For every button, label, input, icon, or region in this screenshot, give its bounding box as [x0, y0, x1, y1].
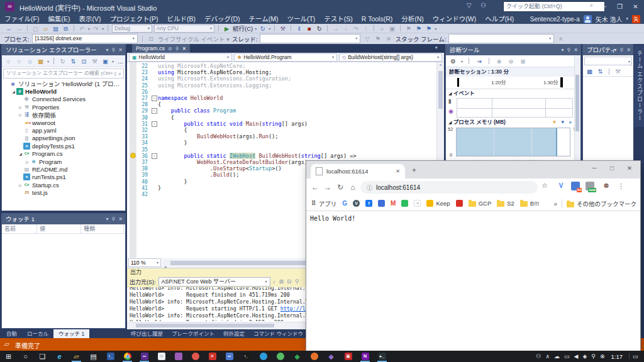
new-tab-button[interactable]: +	[412, 166, 416, 175]
extension-robot-icon[interactable]: ⚉	[602, 182, 611, 190]
diag-export-icon[interactable]: ⇥	[475, 57, 483, 65]
extension-3d-icon[interactable]: 3d	[571, 182, 580, 190]
attach-icon[interactable]: ⚒	[279, 25, 287, 33]
chrome-close-button[interactable]: ✕	[621, 162, 638, 175]
chrome-home-icon[interactable]: ⌂	[347, 183, 359, 192]
chrome-reload-icon[interactable]: ↻	[334, 183, 347, 192]
menu-item-ヘルプ(H)[interactable]: ヘルプ(H)	[480, 14, 518, 24]
onedrive-icon[interactable]: ☁	[554, 353, 560, 359]
extension-vimium-icon[interactable]: V	[557, 182, 565, 190]
nav-back-icon[interactable]: ←	[5, 25, 13, 33]
menu-item-表示(V)[interactable]: 表示(V)	[74, 14, 105, 24]
chevron-down-icon[interactable]: ▾	[561, 45, 564, 55]
se-views-icon[interactable]: ▦	[36, 57, 45, 65]
solution-explorer-header[interactable]: ソリューション エクスプローラー ▾ ⚲ ✕	[2, 45, 125, 55]
info-icon[interactable]: ⓘ	[367, 184, 372, 192]
menu-item-テスト(S)[interactable]: テスト(S)	[319, 14, 357, 24]
document-tab-program-cs[interactable]: Program.cs ⊘ ⚲ ✕	[132, 44, 190, 53]
task-view-button[interactable]: ❏	[34, 351, 51, 362]
bookmark-list-icon[interactable]: ⚑	[425, 25, 433, 33]
chevron-down-icon[interactable]: ▾	[106, 214, 108, 224]
chrome-forward-icon[interactable]: →	[321, 183, 334, 192]
break-all-icon[interactable]: ‖	[295, 25, 303, 33]
output-clear-icon[interactable]: ⊠	[279, 278, 284, 285]
bookmark-gmail[interactable]: M	[391, 200, 396, 207]
tree-item-依存関係[interactable]: ▷⇶依存関係	[2, 111, 125, 119]
nav-dropdown-1[interactable]: ❖HelloWorld.Program▾	[234, 53, 337, 62]
lifecycle-icon[interactable]: ⊡	[147, 35, 155, 43]
bookmark-next-icon[interactable]: ⚑	[414, 25, 423, 33]
se-sync-icon[interactable]: ▣	[101, 57, 109, 65]
taskbar-clock[interactable]: 1:17	[609, 353, 625, 360]
step-over-icon[interactable]: ↷	[352, 25, 360, 33]
pin-icon[interactable]: ⚲	[619, 45, 623, 55]
account-environment[interactable]: Sentence2-type-a	[530, 16, 580, 23]
bookmark-keep[interactable]: Keep	[426, 200, 450, 207]
restart-debugging-icon[interactable]: ↻	[315, 25, 323, 33]
avatar[interactable]	[584, 15, 592, 23]
other-bookmarks-folder[interactable]: その他のブックマーク	[567, 199, 636, 208]
tree-item-deployTests.ps1[interactable]: »deployTests.ps1	[2, 142, 125, 150]
restart-app-icon-caret[interactable]: ▾	[269, 26, 270, 31]
vs-close-button[interactable]: ✕	[628, 0, 643, 14]
tree-item-Connected Services[interactable]: ⎆Connected Services	[2, 96, 125, 103]
continue-button-label[interactable]: 続行(C)	[233, 24, 253, 33]
bookmark-list-icon-caret[interactable]: ▾	[435, 26, 436, 31]
timeline-range-end-marker[interactable]	[560, 77, 563, 87]
close-icon[interactable]: ✕	[574, 45, 578, 55]
close-icon[interactable]: ✕	[626, 45, 631, 55]
stack-frame-combo[interactable]: ▾	[448, 34, 554, 43]
props-pages-icon[interactable]: ⚒	[614, 67, 622, 75]
volume-icon[interactable]: ◀	[574, 353, 579, 359]
tree-item-README.md[interactable]: ▤README.md	[2, 165, 125, 173]
tree-item-Program.cs[interactable]: ◢C#Program.cs	[2, 150, 125, 158]
menu-item-ツール(T)[interactable]: ツール(T)	[282, 14, 319, 24]
solution-explorer-search-input[interactable]: ソリューション エクスプローラー の検索 (Ctrl+;) ⌕	[3, 69, 124, 79]
menu-item-編集(E)[interactable]: 編集(E)	[43, 14, 74, 24]
find-icon[interactable]: ⌕	[378, 25, 386, 33]
tree-item-wwwroot[interactable]: ▰✕wwwroot	[2, 119, 125, 126]
watch-header[interactable]: ウォッチ 1 ▾ ⚲ ✕	[2, 214, 125, 224]
undo-icon[interactable]: ↶	[78, 25, 86, 33]
feedback-icon[interactable]: ⚇	[480, 2, 486, 9]
restart-app-icon[interactable]: ↻	[258, 25, 267, 33]
bookmark-star-icon[interactable]: ☆	[541, 182, 548, 190]
watch-column-値[interactable]: 値	[37, 224, 81, 233]
diag-zoom-out-icon[interactable]: ⊖	[507, 57, 515, 65]
diamond-app-icon[interactable]: ◆	[323, 351, 340, 362]
pin-icon[interactable]: ⚲	[111, 214, 115, 224]
notification-center-icon[interactable]: ▭	[629, 353, 641, 359]
watch-column-種類[interactable]: 種類	[81, 224, 124, 233]
tab-ウォッチ 1[interactable]: ウォッチ 1	[53, 329, 89, 339]
memory-section-header[interactable]: ◢ プロセス メモリ (MB) ▼ ▼ ●	[446, 118, 580, 126]
se-forward-icon[interactable]: ○	[15, 57, 23, 65]
bookmark-apps[interactable]: ⠿アプリ	[311, 199, 336, 208]
tree-item-ソリューション 'HelloWorld' (1 プロジェクト)[interactable]: ⧈ソリューション 'HelloWorld' (1 プロジェクト)	[2, 80, 125, 87]
nav-dropdown-2[interactable]: ◇BuildWebHost(string[] args)▾	[339, 53, 442, 62]
se-show-all-files-icon[interactable]: ⊡	[80, 57, 88, 65]
chat-icon[interactable]: ▭	[564, 353, 570, 359]
chrome-tab-localhost[interactable]: localhost:61614 ✕	[311, 164, 405, 178]
block-icon[interactable]: ▣	[388, 25, 396, 33]
page-content[interactable]: Hello World!	[306, 212, 640, 351]
bookmark-folder-s2[interactable]: S2	[497, 200, 514, 207]
green-app-icon[interactable]	[272, 351, 289, 362]
menu-item-ファイル(F)[interactable]: ファイル(F)	[0, 14, 43, 24]
se-home-icon[interactable]: ⌂	[26, 57, 34, 65]
bookmark-evernote[interactable]	[401, 200, 408, 207]
tree-item-Program[interactable]: ▷❖Program	[2, 158, 125, 165]
diagnostic-tools-header[interactable]: 診断ツール ▾ ⚲ ✕	[446, 45, 580, 55]
chrome-minimize-button[interactable]: ─	[586, 162, 602, 175]
tree-item-runTests.ps1[interactable]: »runTests.ps1	[2, 173, 125, 181]
chevron-down-icon[interactable]: ▾	[626, 16, 628, 21]
nav-dropdown-0[interactable]: ▣HelloWorld▾	[129, 53, 232, 62]
close-circle-icon[interactable]: ⊗	[600, 353, 605, 359]
edge-icon[interactable]: e	[51, 351, 68, 362]
props-alphabetical-icon[interactable]: ⇅	[596, 67, 604, 75]
flag-icon[interactable]: ⚑	[374, 35, 382, 43]
properties-object-combo[interactable]: ▾	[584, 57, 632, 65]
bookmark-doc[interactable]: ≡	[414, 200, 421, 207]
se-refresh-icon[interactable]: ↻	[58, 57, 67, 65]
filter-icon[interactable]: ▽	[467, 2, 472, 9]
suspend-icon[interactable]: ≋	[384, 35, 392, 43]
